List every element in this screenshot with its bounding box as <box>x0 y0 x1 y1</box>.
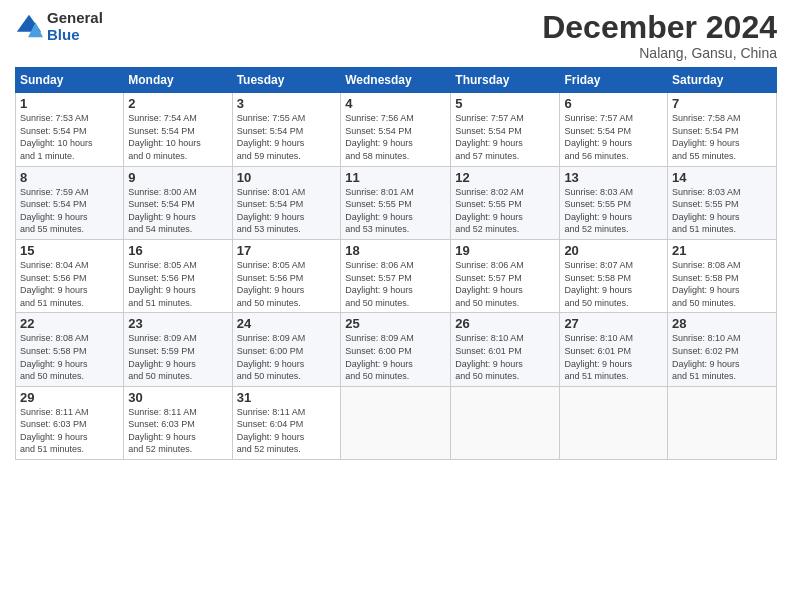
calendar-table: SundayMondayTuesdayWednesdayThursdayFrid… <box>15 67 777 460</box>
calendar-header-row: SundayMondayTuesdayWednesdayThursdayFrid… <box>16 68 777 93</box>
calendar-day-header: Tuesday <box>232 68 341 93</box>
calendar-week-row: 29Sunrise: 8:11 AM Sunset: 6:03 PM Dayli… <box>16 386 777 459</box>
day-number: 21 <box>672 243 772 258</box>
calendar-cell: 29Sunrise: 8:11 AM Sunset: 6:03 PM Dayli… <box>16 386 124 459</box>
calendar-cell: 13Sunrise: 8:03 AM Sunset: 5:55 PM Dayli… <box>560 166 668 239</box>
day-info: Sunrise: 8:03 AM Sunset: 5:55 PM Dayligh… <box>564 186 663 236</box>
day-number: 6 <box>564 96 663 111</box>
day-info: Sunrise: 8:10 AM Sunset: 6:01 PM Dayligh… <box>455 332 555 382</box>
day-info: Sunrise: 8:10 AM Sunset: 6:01 PM Dayligh… <box>564 332 663 382</box>
day-info: Sunrise: 7:53 AM Sunset: 5:54 PM Dayligh… <box>20 112 119 162</box>
calendar-day-header: Thursday <box>451 68 560 93</box>
calendar-cell: 4Sunrise: 7:56 AM Sunset: 5:54 PM Daylig… <box>341 93 451 166</box>
day-number: 1 <box>20 96 119 111</box>
day-number: 23 <box>128 316 227 331</box>
logo: General Blue <box>15 10 103 43</box>
calendar-cell: 25Sunrise: 8:09 AM Sunset: 6:00 PM Dayli… <box>341 313 451 386</box>
logo-icon <box>15 13 43 41</box>
day-info: Sunrise: 8:08 AM Sunset: 5:58 PM Dayligh… <box>672 259 772 309</box>
day-number: 28 <box>672 316 772 331</box>
calendar-cell: 14Sunrise: 8:03 AM Sunset: 5:55 PM Dayli… <box>668 166 777 239</box>
calendar-cell: 20Sunrise: 8:07 AM Sunset: 5:58 PM Dayli… <box>560 239 668 312</box>
calendar-cell: 23Sunrise: 8:09 AM Sunset: 5:59 PM Dayli… <box>124 313 232 386</box>
calendar-cell <box>341 386 451 459</box>
day-number: 12 <box>455 170 555 185</box>
day-info: Sunrise: 8:08 AM Sunset: 5:58 PM Dayligh… <box>20 332 119 382</box>
calendar-cell: 27Sunrise: 8:10 AM Sunset: 6:01 PM Dayli… <box>560 313 668 386</box>
day-info: Sunrise: 8:04 AM Sunset: 5:56 PM Dayligh… <box>20 259 119 309</box>
day-info: Sunrise: 8:11 AM Sunset: 6:03 PM Dayligh… <box>20 406 119 456</box>
day-info: Sunrise: 7:57 AM Sunset: 5:54 PM Dayligh… <box>564 112 663 162</box>
calendar-cell: 10Sunrise: 8:01 AM Sunset: 5:54 PM Dayli… <box>232 166 341 239</box>
day-info: Sunrise: 8:11 AM Sunset: 6:03 PM Dayligh… <box>128 406 227 456</box>
day-info: Sunrise: 7:54 AM Sunset: 5:54 PM Dayligh… <box>128 112 227 162</box>
day-number: 29 <box>20 390 119 405</box>
day-info: Sunrise: 8:01 AM Sunset: 5:55 PM Dayligh… <box>345 186 446 236</box>
day-info: Sunrise: 8:02 AM Sunset: 5:55 PM Dayligh… <box>455 186 555 236</box>
day-number: 14 <box>672 170 772 185</box>
calendar-cell: 3Sunrise: 7:55 AM Sunset: 5:54 PM Daylig… <box>232 93 341 166</box>
day-info: Sunrise: 8:11 AM Sunset: 6:04 PM Dayligh… <box>237 406 337 456</box>
calendar-cell: 5Sunrise: 7:57 AM Sunset: 5:54 PM Daylig… <box>451 93 560 166</box>
calendar-cell: 7Sunrise: 7:58 AM Sunset: 5:54 PM Daylig… <box>668 93 777 166</box>
calendar-cell <box>451 386 560 459</box>
day-info: Sunrise: 8:06 AM Sunset: 5:57 PM Dayligh… <box>455 259 555 309</box>
calendar-cell: 16Sunrise: 8:05 AM Sunset: 5:56 PM Dayli… <box>124 239 232 312</box>
day-info: Sunrise: 8:05 AM Sunset: 5:56 PM Dayligh… <box>237 259 337 309</box>
calendar-day-header: Monday <box>124 68 232 93</box>
day-info: Sunrise: 8:06 AM Sunset: 5:57 PM Dayligh… <box>345 259 446 309</box>
day-number: 2 <box>128 96 227 111</box>
day-number: 24 <box>237 316 337 331</box>
day-number: 8 <box>20 170 119 185</box>
logo-general: General <box>47 10 103 27</box>
day-info: Sunrise: 8:05 AM Sunset: 5:56 PM Dayligh… <box>128 259 227 309</box>
day-info: Sunrise: 8:09 AM Sunset: 6:00 PM Dayligh… <box>237 332 337 382</box>
day-number: 4 <box>345 96 446 111</box>
day-info: Sunrise: 7:55 AM Sunset: 5:54 PM Dayligh… <box>237 112 337 162</box>
day-number: 9 <box>128 170 227 185</box>
calendar-day-header: Friday <box>560 68 668 93</box>
day-number: 10 <box>237 170 337 185</box>
month-title: December 2024 <box>542 10 777 45</box>
day-info: Sunrise: 8:01 AM Sunset: 5:54 PM Dayligh… <box>237 186 337 236</box>
calendar-cell: 28Sunrise: 8:10 AM Sunset: 6:02 PM Dayli… <box>668 313 777 386</box>
day-number: 17 <box>237 243 337 258</box>
day-number: 27 <box>564 316 663 331</box>
day-info: Sunrise: 8:07 AM Sunset: 5:58 PM Dayligh… <box>564 259 663 309</box>
day-number: 11 <box>345 170 446 185</box>
title-block: December 2024 Nalang, Gansu, China <box>542 10 777 61</box>
day-info: Sunrise: 7:56 AM Sunset: 5:54 PM Dayligh… <box>345 112 446 162</box>
day-number: 5 <box>455 96 555 111</box>
calendar-week-row: 22Sunrise: 8:08 AM Sunset: 5:58 PM Dayli… <box>16 313 777 386</box>
calendar-body: 1Sunrise: 7:53 AM Sunset: 5:54 PM Daylig… <box>16 93 777 460</box>
day-number: 20 <box>564 243 663 258</box>
day-info: Sunrise: 7:57 AM Sunset: 5:54 PM Dayligh… <box>455 112 555 162</box>
day-number: 15 <box>20 243 119 258</box>
calendar-cell: 19Sunrise: 8:06 AM Sunset: 5:57 PM Dayli… <box>451 239 560 312</box>
calendar-cell: 17Sunrise: 8:05 AM Sunset: 5:56 PM Dayli… <box>232 239 341 312</box>
day-number: 7 <box>672 96 772 111</box>
day-info: Sunrise: 8:00 AM Sunset: 5:54 PM Dayligh… <box>128 186 227 236</box>
calendar-day-header: Sunday <box>16 68 124 93</box>
day-number: 30 <box>128 390 227 405</box>
day-info: Sunrise: 7:58 AM Sunset: 5:54 PM Dayligh… <box>672 112 772 162</box>
day-number: 19 <box>455 243 555 258</box>
calendar-week-row: 15Sunrise: 8:04 AM Sunset: 5:56 PM Dayli… <box>16 239 777 312</box>
logo-blue: Blue <box>47 27 103 44</box>
calendar-cell <box>668 386 777 459</box>
page-container: General Blue December 2024 Nalang, Gansu… <box>0 0 792 470</box>
calendar-cell: 2Sunrise: 7:54 AM Sunset: 5:54 PM Daylig… <box>124 93 232 166</box>
day-number: 18 <box>345 243 446 258</box>
calendar-cell: 26Sunrise: 8:10 AM Sunset: 6:01 PM Dayli… <box>451 313 560 386</box>
day-number: 22 <box>20 316 119 331</box>
calendar-cell: 1Sunrise: 7:53 AM Sunset: 5:54 PM Daylig… <box>16 93 124 166</box>
day-number: 25 <box>345 316 446 331</box>
day-info: Sunrise: 8:09 AM Sunset: 5:59 PM Dayligh… <box>128 332 227 382</box>
day-info: Sunrise: 8:03 AM Sunset: 5:55 PM Dayligh… <box>672 186 772 236</box>
calendar-cell: 6Sunrise: 7:57 AM Sunset: 5:54 PM Daylig… <box>560 93 668 166</box>
day-info: Sunrise: 7:59 AM Sunset: 5:54 PM Dayligh… <box>20 186 119 236</box>
day-info: Sunrise: 8:09 AM Sunset: 6:00 PM Dayligh… <box>345 332 446 382</box>
day-number: 13 <box>564 170 663 185</box>
calendar-cell: 12Sunrise: 8:02 AM Sunset: 5:55 PM Dayli… <box>451 166 560 239</box>
day-number: 3 <box>237 96 337 111</box>
